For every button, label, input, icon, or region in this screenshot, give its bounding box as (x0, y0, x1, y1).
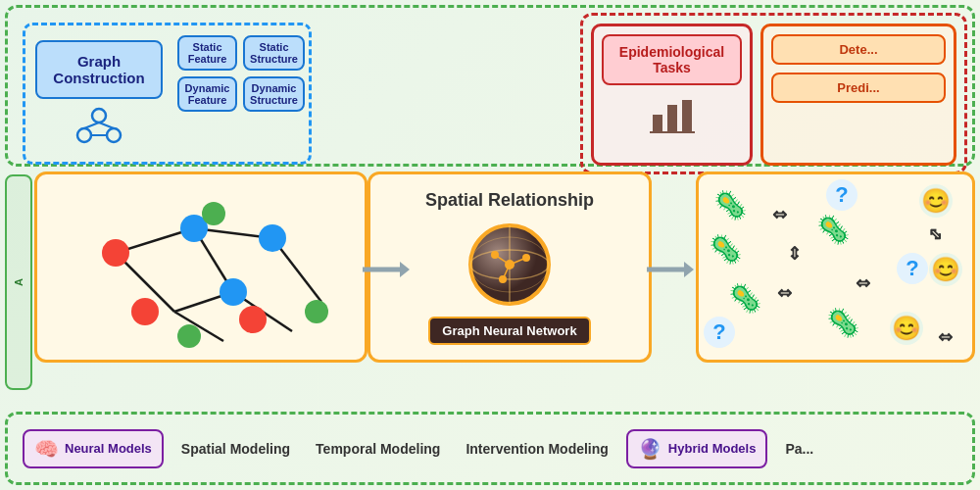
epi-elements: 🦠 🦠 🦠 🦠 🦠 😊 😊 😊 ? ? ? ⇔ ⇕ ⇔ ⇔ ⇔ ⇔ (699, 174, 972, 360)
left-sidebar: A (5, 174, 32, 390)
graph-viz-box (34, 172, 368, 363)
graph-construction-label: Graph Construction (37, 53, 161, 86)
spatial-relationship-title: Spatial Relationship (425, 190, 594, 211)
question-2: ? (897, 253, 928, 284)
dynamic-feature-box: Dynamic Feature (177, 76, 237, 112)
gnn-globe (466, 220, 554, 309)
sidebar-label: A (13, 278, 24, 286)
svg-point-25 (177, 324, 201, 348)
smiley-3: 😊 (890, 312, 923, 345)
graph-construction-box: Graph Construction (35, 40, 163, 99)
svg-rect-8 (682, 100, 692, 132)
outer-right-dashed: Epidemiological Tasks Dete... (580, 13, 967, 174)
detection-label: Dete... (839, 42, 877, 57)
epi-tasks-label: Epidemiological Tasks (619, 44, 724, 75)
main-container: Graph Construction Static Feature Static… (0, 0, 980, 490)
brain-icon: 🧠 (34, 437, 59, 461)
arrow-2 (645, 255, 694, 288)
svg-point-19 (259, 224, 286, 252)
question-1: ? (826, 179, 858, 211)
hybrid-models-box: 🔮 Hybrid Models (626, 429, 768, 468)
intervention-modeling-label: Intervention Modeling (458, 435, 615, 463)
epi-tasks-panel: Epidemiological Tasks (591, 24, 753, 166)
top-section: Graph Construction Static Feature Static… (5, 5, 975, 167)
temporal-modeling-label: Temporal Modeling (308, 435, 448, 463)
center-area: Spatial Relationship (34, 172, 975, 397)
svg-point-1 (77, 128, 91, 142)
dbl-arrow-4: ⇔ (922, 221, 948, 247)
svg-point-2 (107, 128, 121, 142)
param-est-label: Pa... (777, 435, 821, 463)
gnn-center-box: Spatial Relationship (368, 172, 652, 363)
prediction-item: Predi... (771, 73, 946, 103)
bottom-section: 🧠 Neural Models Spatial Modeling Tempora… (5, 412, 975, 485)
svg-point-0 (92, 109, 106, 122)
prediction-label: Predi... (837, 80, 879, 95)
virus-4: 🦠 (816, 214, 851, 246)
svg-point-20 (220, 278, 247, 306)
svg-rect-6 (653, 115, 662, 132)
svg-point-23 (239, 306, 267, 333)
dbl-arrow-1: ⇔ (772, 204, 787, 225)
hybrid-models-label: Hybrid Models (668, 441, 757, 456)
neural-models-label: Neural Models (65, 441, 152, 456)
smiley-1: 😊 (919, 184, 953, 218)
static-structure-label: Static Structure (250, 41, 298, 65)
neural-models-box: 🧠 Neural Models (23, 429, 164, 468)
svg-point-22 (131, 298, 159, 325)
static-feature-box: Static Feature (177, 35, 237, 71)
epi-icon (602, 95, 742, 141)
dynamic-structure-label: Dynamic Structure (250, 82, 298, 106)
arrow-1 (361, 255, 410, 288)
feature-grid: Static Feature Static Structure Dynamic … (177, 35, 305, 112)
smiley-2: 😊 (929, 253, 962, 286)
svg-marker-28 (400, 262, 410, 277)
hybrid-icon: 🔮 (638, 437, 662, 461)
dynamic-feature-label: Dynamic Feature (184, 82, 230, 106)
dbl-arrow-6: ⇔ (938, 326, 953, 348)
virus-3: 🦠 (728, 282, 762, 315)
graph-construction-panel: Graph Construction Static Feature Static… (23, 23, 312, 165)
static-structure-box: Static Structure (243, 35, 305, 71)
svg-marker-41 (684, 262, 694, 277)
gnn-label: Graph Neural Network (428, 317, 590, 345)
virus-2: 🦠 (709, 233, 743, 266)
svg-point-21 (102, 239, 129, 267)
svg-rect-7 (667, 105, 677, 132)
dbl-arrow-5: ⇔ (777, 282, 792, 304)
virus-1: 🦠 (713, 189, 748, 221)
virus-5: 🦠 (826, 307, 860, 339)
dynamic-structure-box: Dynamic Structure (243, 76, 305, 112)
svg-point-26 (305, 300, 328, 323)
detection-prediction-panel: Dete... Predi... (760, 24, 956, 166)
graph-svg (37, 174, 370, 366)
static-feature-label: Static Feature (184, 41, 230, 65)
spatial-modeling-label: Spatial Modeling (173, 435, 298, 463)
detection-item: Dete... (771, 34, 946, 65)
epi-tasks-box: Epidemiological Tasks (602, 34, 742, 85)
svg-point-24 (202, 202, 225, 225)
epi-interaction-box: 🦠 🦠 🦠 🦠 🦠 😊 😊 😊 ? ? ? ⇔ ⇕ ⇔ ⇔ ⇔ ⇔ (696, 172, 975, 363)
svg-line-3 (84, 122, 99, 128)
svg-line-4 (99, 122, 114, 128)
dbl-arrow-3: ⇔ (856, 272, 870, 294)
dbl-arrow-2: ⇕ (787, 243, 802, 265)
question-3: ? (704, 317, 735, 348)
graph-icon (74, 106, 123, 152)
